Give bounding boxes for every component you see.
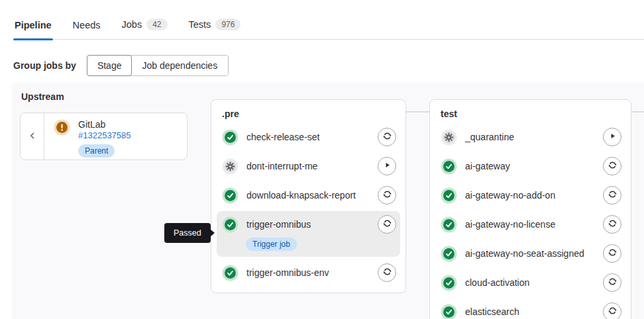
retry-icon <box>608 189 617 201</box>
status-success-icon <box>443 190 455 201</box>
job-row-ai-gateway-no-license[interactable]: ai-gateway-no-license <box>430 210 631 239</box>
stage-name: .pre <box>211 100 405 122</box>
job-row-download-knapsack-report[interactable]: download-knapsack-report <box>211 181 405 210</box>
upstream-pipeline-id-link[interactable]: #1322537585 <box>78 130 131 141</box>
tests-count-badge: 976 <box>215 19 241 30</box>
job-name-link[interactable]: ai-gateway-no-add-on <box>465 190 595 201</box>
retry-job-button[interactable] <box>378 215 396 234</box>
job-name-link[interactable]: ai-gateway <box>465 161 595 171</box>
retry-job-button[interactable] <box>603 186 621 205</box>
retry-job-button[interactable] <box>603 302 621 319</box>
status-success-icon <box>443 161 455 172</box>
retry-icon <box>608 277 617 289</box>
job-row-ai-gateway-no-add-on[interactable]: ai-gateway-no-add-on <box>430 181 631 210</box>
job-name-link[interactable]: trigger-omnibus-env <box>246 267 370 278</box>
retry-icon <box>382 189 392 201</box>
stage-connector-line <box>631 111 644 113</box>
job-row-cloud-activation[interactable]: cloud-activation <box>430 268 631 297</box>
status-success-icon <box>225 190 236 201</box>
tab-label: Jobs <box>122 19 142 30</box>
stage-connector-line <box>406 111 429 113</box>
status-success-icon <box>225 219 236 230</box>
play-job-button[interactable] <box>378 157 396 175</box>
job-name-link[interactable]: _quarantine <box>465 132 595 142</box>
tab-label: Needs <box>73 20 101 30</box>
job-name-link[interactable]: trigger-omnibus <box>246 219 370 230</box>
jobs-count-badge: 42 <box>146 19 167 30</box>
play-icon <box>608 132 617 142</box>
tab-tests[interactable]: Tests 976 <box>188 19 242 39</box>
job-name-link[interactable]: dont-interrupt-me <box>246 161 370 171</box>
stage-name: test <box>430 100 631 122</box>
job-row-_quarantine[interactable]: _quarantine <box>430 122 631 152</box>
collapse-upstream-button[interactable] <box>21 113 44 160</box>
stage-column-pre: .pre check-release-setdont-interrupt-med… <box>211 99 406 293</box>
retry-job-button[interactable] <box>603 273 621 292</box>
job-row-trigger-omnibus-env[interactable]: trigger-omnibus-env <box>211 258 405 287</box>
retry-job-button[interactable] <box>603 215 621 234</box>
retry-icon <box>608 160 617 172</box>
job-name-link[interactable]: cloud-activation <box>465 277 595 288</box>
status-manual-icon <box>443 132 455 143</box>
group-by-job-dependencies-button[interactable]: Job dependencies <box>131 56 228 75</box>
job-row-trigger-omnibus[interactable]: trigger-omnibusTrigger job <box>217 211 400 257</box>
job-status-tooltip: Passed <box>164 223 211 243</box>
job-row-elasticsearch[interactable]: elasticsearch <box>430 297 631 319</box>
job-name-link[interactable]: ai-gateway-no-seat-assigned <box>465 248 595 259</box>
job-row-check-release-set[interactable]: check-release-set <box>211 122 405 152</box>
retry-icon <box>382 218 392 230</box>
status-success-icon <box>443 306 455 318</box>
tab-label: Tests <box>189 19 211 30</box>
retry-icon <box>382 131 392 143</box>
status-success-icon <box>443 277 455 289</box>
job-name-link[interactable]: elasticsearch <box>465 306 595 317</box>
status-success-icon <box>443 248 455 259</box>
tab-needs[interactable]: Needs <box>72 20 102 39</box>
retry-icon <box>382 267 392 279</box>
job-row-dont-interrupt-me[interactable]: dont-interrupt-me <box>211 152 405 181</box>
status-success-icon <box>225 132 236 143</box>
retry-icon <box>608 248 617 259</box>
pipeline-tab-bar: Pipeline Needs Jobs 42 Tests 976 <box>13 0 644 40</box>
group-by-stage-button[interactable]: Stage <box>87 55 133 76</box>
job-row-ai-gateway[interactable]: ai-gateway <box>430 152 631 181</box>
status-success-icon <box>443 219 455 230</box>
tooltip-text: Passed <box>174 228 201 238</box>
status-warning-icon <box>56 122 68 133</box>
upstream-project-name: GitLab <box>78 119 131 130</box>
retry-job-button[interactable] <box>378 263 396 282</box>
parent-badge: Parent <box>78 144 115 158</box>
group-jobs-controls: Group jobs by Stage Job dependencies <box>13 55 644 76</box>
job-row-ai-gateway-no-seat-assigned[interactable]: ai-gateway-no-seat-assigned <box>430 239 631 268</box>
tab-jobs[interactable]: Jobs 42 <box>121 19 169 39</box>
chevron-left-icon <box>28 132 36 142</box>
trigger-job-badge: Trigger job <box>246 238 297 251</box>
group-by-segmented-control: Stage Job dependencies <box>87 55 229 76</box>
pipeline-graph: Upstream GitLab #1322537585 Parent .pre … <box>12 83 644 319</box>
status-manual-icon <box>225 161 236 172</box>
job-name-link[interactable]: check-release-set <box>246 132 370 142</box>
status-success-icon <box>225 267 236 279</box>
retry-job-button[interactable] <box>603 157 621 175</box>
stage-column-test: test _quarantineai-gatewayai-gateway-no-… <box>429 99 631 319</box>
upstream-column-title: Upstream <box>21 91 64 102</box>
retry-job-button[interactable] <box>378 128 396 146</box>
job-name-link[interactable]: ai-gateway-no-license <box>465 219 595 230</box>
play-icon <box>383 161 392 171</box>
play-job-button[interactable] <box>603 128 621 146</box>
group-jobs-by-label: Group jobs by <box>13 60 76 71</box>
retry-icon <box>608 218 617 230</box>
upstream-pipeline-card[interactable]: GitLab #1322537585 Parent <box>20 113 188 160</box>
retry-job-button[interactable] <box>378 186 396 205</box>
job-name-link[interactable]: download-knapsack-report <box>246 190 370 201</box>
tab-pipeline[interactable]: Pipeline <box>13 20 53 39</box>
tab-label: Pipeline <box>15 20 52 30</box>
retry-icon <box>608 306 617 318</box>
retry-job-button[interactable] <box>603 244 621 263</box>
